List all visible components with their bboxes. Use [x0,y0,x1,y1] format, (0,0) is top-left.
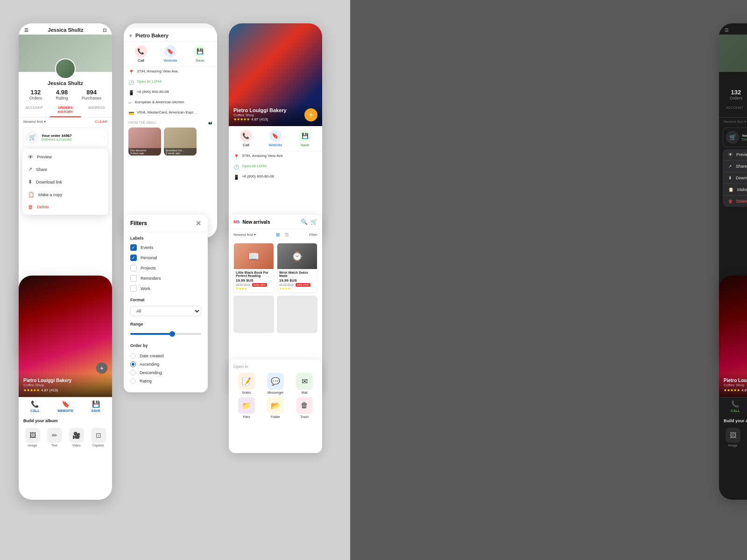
menu-download[interactable]: ⬇ Download link [22,176,108,188]
radio-rating-dot[interactable] [130,378,136,384]
open-trash[interactable]: 🗑 Trash [291,397,317,418]
text-tool-icon: ✏ [47,428,62,443]
filter-personal[interactable]: ✓ Personal [124,253,208,263]
nav-website-label: WEBSITE [57,409,73,413]
filter-row: Newest first ▾ CLEAR [19,118,112,126]
view-toggle: ⊞ ☰ [274,231,291,238]
dark-menu-delete[interactable]: 🗑 Delete [723,196,747,207]
projects-checkbox[interactable] [130,265,137,271]
call-button[interactable]: 📞 Call [135,45,147,63]
from-menu-section: FROM THE MENU 📷 [124,118,217,126]
breakfast-date: 1 week ago [166,152,195,155]
nav-website[interactable]: 🔖 WEBSITE [57,400,73,413]
back-icon[interactable]: ▾ [129,33,132,38]
grid-view-btn[interactable]: ⊞ [274,231,282,238]
radio-ascending-dot[interactable] [130,362,136,367]
personal-checkbox[interactable]: ✓ [130,255,137,261]
video-tool-icon: 🎥 [69,428,84,443]
open-files[interactable]: 📁 Files [233,397,260,418]
cover-photo [19,35,112,72]
dark-nav-call[interactable]: 📞 CALL [731,400,740,413]
hero-phone-text: +8 (800) 800-80-08 [242,174,274,178]
open-messenger[interactable]: 💬 Messenger [262,373,289,394]
tab-orders[interactable]: ORDERS HISTORY [50,103,81,117]
dark-cover-photo [719,35,747,72]
website-button[interactable]: 🔖 Website [164,45,177,63]
phone-berry-light: Pietro Louiggi Bakery Coffee Shop ★★★★★ … [19,276,112,500]
filter-projects[interactable]: Projects [124,263,208,273]
save-button[interactable]: 💾 Save [194,45,206,63]
product-watch[interactable]: ⌚ Wrist Watch Swiss Made 19.99 $US 35.95… [277,243,317,293]
radio-ascending[interactable]: Ascending [130,360,201,369]
radio-date-created[interactable]: Date created [130,352,201,360]
radio-descending-dot[interactable] [130,370,136,376]
berry-add-button[interactable]: + [96,362,107,374]
context-menu: 👁 Preview ↗ Share ⬇ Download link 📋 Make… [22,149,108,215]
nav-call[interactable]: 📞 CALL [30,400,40,413]
dark-preview-icon: 👁 [728,152,733,157]
share-icon: ↗ [28,166,32,172]
photo-breakfast[interactable]: Breakfast bis... 1 week ago [164,128,197,156]
add-button[interactable]: + [304,108,317,121]
filters-close[interactable]: ✕ [196,220,201,227]
cart-icon[interactable]: 🛒 [310,219,317,225]
tab-account[interactable]: ACCOUNT [19,103,50,117]
range-thumb[interactable] [169,331,175,337]
tool-capture[interactable]: ⊡ Capture [91,428,106,447]
tool-video[interactable]: 🎥 Video [69,428,84,447]
filter-work[interactable]: Work [124,284,208,294]
range-bar[interactable] [130,333,201,335]
hero-website-button[interactable]: 🔖 Website [269,130,282,147]
dark-menu-share[interactable]: ↗ Share [723,161,747,172]
filter-btn[interactable]: Filter [309,233,317,237]
radio-descending[interactable]: Descending [130,369,201,377]
hero-save-button[interactable]: 💾 Save [299,130,311,147]
dark-menu-download[interactable]: ⬇ Download link [723,172,747,184]
tab-address[interactable]: ADDRESS [81,103,112,117]
dark-tool-image[interactable]: 🖼 Image [726,428,740,447]
payment-text: VISA, MasterCard, American Expr... [137,110,196,114]
reminders-checkbox[interactable] [130,275,137,282]
shop-logo-s: S [237,220,240,224]
format-select[interactable]: All [130,306,201,316]
open-in-title: Open in [233,364,317,369]
work-checkbox[interactable] [130,285,137,292]
tool-text[interactable]: ✏ Text [47,428,62,447]
menu-delete[interactable]: 🗑 Delete [22,201,108,213]
filter-events[interactable]: ✓ Events [124,242,208,253]
product-book[interactable]: 📖 Little Black Book For Perfect Reading … [233,243,274,293]
tool-image[interactable]: 🖼 Image [25,428,40,447]
hero-call-button[interactable]: 📞 Call [240,130,252,147]
radio-rating[interactable]: Rating [130,377,201,385]
filter-reminders[interactable]: Reminders [124,273,208,284]
preview-label: Preview [37,155,52,159]
dark-stat-orders: 132 Orders [730,89,743,100]
dark-tab-account[interactable]: ACCOUNT [719,103,747,117]
nav-website-icon: 🔖 [62,400,70,408]
hero-hours-text: Open till 11PM [242,164,266,168]
menu-share[interactable]: ↗ Share [22,163,108,176]
search-icon[interactable]: 🔍 [301,219,308,225]
dark-menu-preview[interactable]: 👁 Preview [723,149,747,161]
menu-copy[interactable]: 📋 Make a copy [22,188,108,201]
main-container: ☰ Jessica Shultz ⊡ Jessica Shultz 132 Or… [0,0,747,560]
events-checkbox[interactable]: ✓ [130,244,137,251]
radio-date-dot[interactable] [130,353,136,359]
product-bag[interactable] [277,296,317,333]
open-notes[interactable]: 📝 Notes [233,373,260,394]
menu-preview[interactable]: 👁 Preview [22,151,108,163]
list-view-btn[interactable]: ☰ [283,231,291,238]
product-shoes[interactable] [233,296,274,333]
dark-menu-copy[interactable]: 📋 Make a copy [723,184,747,196]
newest-label[interactable]: Newest first ▾ [233,233,256,237]
photo-desserts[interactable]: Our desserts 4 days ago [128,128,161,156]
clear-button[interactable]: CLEAR [95,120,107,124]
events-label: Events [141,245,154,250]
open-mail[interactable]: ✉ Mail [291,373,317,394]
open-in-grid: 📝 Notes 💬 Messenger ✉ Mail 📁 Files 📂 [233,373,317,418]
dark-download-icon: ⬇ [728,176,732,180]
dark-filter-label[interactable]: Newest first ▾ [724,120,746,124]
open-folder[interactable]: 📂 Folder [262,397,289,418]
nav-save[interactable]: 💾 SAVE [91,400,100,413]
filter-label[interactable]: Newest first ▾ [23,120,46,124]
